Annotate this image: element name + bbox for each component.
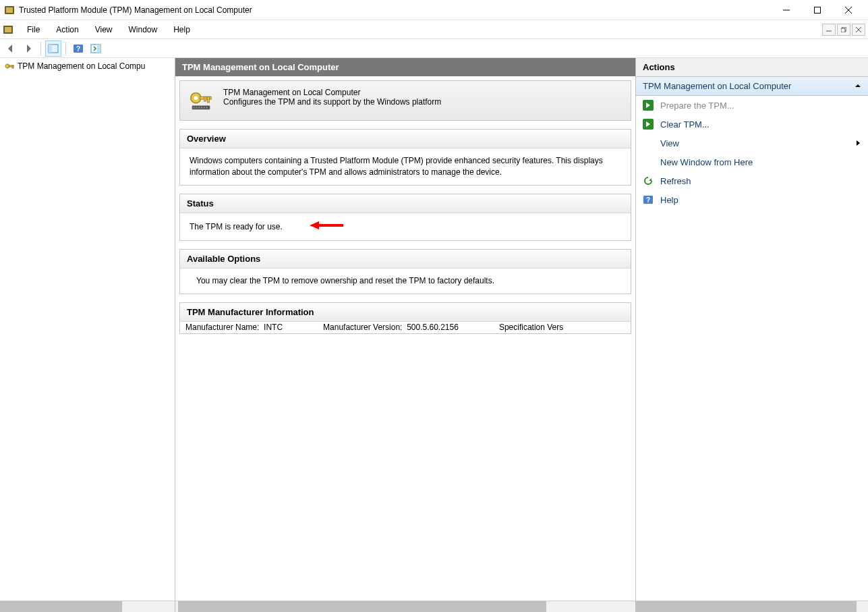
main-area: TPM Management on Local Compu TPM Manage… [0, 58, 868, 612]
intro-line2: Configures the TPM and its support by th… [223, 97, 441, 107]
mdi-controls [821, 24, 867, 36]
back-button[interactable] [3, 40, 19, 57]
manufacturer-version: Manufacturer Version: 500.5.60.2156 [323, 322, 459, 333]
svg-rect-3 [815, 7, 821, 13]
arrow-right-icon [643, 119, 654, 130]
minimize-button[interactable] [771, 0, 802, 20]
window-controls [771, 0, 864, 20]
actions-header: Actions [636, 58, 868, 77]
content-header: TPM Management on Local Computer [175, 58, 635, 76]
menu-help[interactable]: Help [165, 22, 198, 37]
actions-pane: Actions TPM Management on Local Computer… [636, 58, 868, 612]
action-view-label: View [660, 138, 679, 148]
key-icon [188, 88, 214, 113]
action-clear-label: Clear TPM... [660, 119, 710, 130]
overview-section: Overview Windows computers containing a … [179, 129, 631, 186]
specification-version: Specification Vers [499, 322, 563, 333]
tree-node-tpm[interactable]: TPM Management on Local Compu [0, 58, 175, 74]
mdi-restore-button[interactable] [837, 24, 850, 36]
svg-rect-29 [196, 107, 197, 109]
show-hide-tree-button[interactable] [45, 40, 61, 57]
svg-rect-1 [6, 7, 13, 13]
svg-rect-28 [194, 107, 195, 109]
refresh-icon [643, 175, 654, 186]
options-title: Available Options [180, 250, 631, 269]
arrow-right-icon [643, 100, 654, 111]
action-clear-tpm[interactable]: Clear TPM... [636, 115, 868, 134]
menubar: File Action View Window Help [0, 20, 868, 39]
window-title: Trusted Platform Module (TPM) Management… [19, 5, 771, 15]
action-new-window-label: New Window from Here [660, 157, 753, 167]
svg-rect-18 [97, 45, 100, 53]
svg-rect-30 [198, 107, 200, 109]
close-button[interactable] [833, 0, 864, 20]
content-pane: TPM Management on Local Computer TPM Man… [175, 58, 636, 612]
svg-rect-25 [208, 96, 210, 103]
actions-group-label: TPM Management on Local Computer [643, 81, 791, 91]
status-text: The TPM is ready for use. [190, 221, 283, 233]
options-body: You may clear the TPM to remove ownershi… [180, 269, 631, 294]
intro-line1: TPM Management on Local Computer [223, 88, 441, 97]
menu-window[interactable]: Window [121, 22, 166, 37]
action-prepare-tpm: Prepare the TPM... [636, 96, 868, 115]
action-help[interactable]: ? Help [636, 190, 868, 209]
manufacturer-name: Manufacturer Name: INTC [185, 322, 283, 333]
chevron-right-icon [856, 138, 861, 148]
center-scrollbar[interactable] [175, 601, 635, 612]
forward-button[interactable] [20, 40, 36, 57]
menu-file[interactable]: File [19, 22, 48, 37]
action-new-window[interactable]: New Window from Here [636, 152, 868, 171]
mdi-close-button[interactable] [852, 24, 865, 36]
maximize-button[interactable] [802, 0, 833, 20]
manufacturer-title: TPM Manufacturer Information [180, 303, 631, 322]
menu-view[interactable]: View [87, 22, 121, 37]
manufacturer-section: TPM Manufacturer Information Manufacture… [179, 302, 631, 334]
svg-rect-10 [841, 28, 845, 32]
action-help-label: Help [660, 195, 678, 205]
tree-node-label: TPM Management on Local Compu [18, 61, 145, 71]
menubar-icon [3, 24, 13, 35]
actions-group-header[interactable]: TPM Management on Local Computer [636, 77, 868, 96]
left-scrollbar[interactable] [0, 601, 175, 612]
action-prepare-label: Prepare the TPM... [660, 101, 734, 111]
status-title: Status [180, 194, 631, 213]
toolbar-separator [40, 42, 41, 55]
titlebar: Trusted Platform Module (TPM) Management… [0, 0, 868, 20]
collapse-icon [855, 81, 861, 91]
toolbar-separator-2 [65, 42, 66, 55]
status-section: Status The TPM is ready for use. [179, 194, 631, 242]
options-section: Available Options You may clear the TPM … [179, 249, 631, 294]
overview-title: Overview [180, 130, 631, 148]
right-scrollbar[interactable] [636, 601, 868, 612]
action-pane-toggle-button[interactable] [88, 40, 104, 57]
svg-rect-31 [201, 107, 202, 109]
mdi-minimize-button[interactable] [822, 24, 836, 36]
action-view[interactable]: View [636, 134, 868, 152]
svg-text:?: ? [646, 196, 650, 204]
svg-rect-26 [204, 96, 206, 101]
action-refresh-label: Refresh [660, 176, 691, 186]
content-body: TPM Management on Local Computer Configu… [175, 76, 635, 612]
svg-rect-32 [204, 107, 205, 109]
menu-action[interactable]: Action [48, 22, 86, 37]
svg-point-23 [194, 96, 198, 100]
help-icon: ? [643, 194, 654, 205]
tpm-key-icon [4, 61, 15, 72]
tree-pane: TPM Management on Local Compu [0, 58, 175, 612]
svg-rect-33 [206, 107, 208, 109]
overview-body: Windows computers containing a Trusted P… [180, 148, 631, 185]
app-icon [4, 5, 15, 16]
action-refresh[interactable]: Refresh [636, 171, 868, 190]
toolbar: ? [0, 39, 868, 58]
svg-rect-14 [49, 45, 52, 53]
spacer [643, 157, 654, 167]
svg-text:?: ? [76, 45, 80, 53]
red-arrow-icon [310, 220, 343, 234]
help-toolbar-button[interactable]: ? [70, 40, 86, 57]
svg-rect-21 [12, 65, 13, 68]
svg-rect-7 [5, 27, 11, 32]
spacer [643, 138, 654, 148]
intro-panel: TPM Management on Local Computer Configu… [179, 80, 631, 121]
